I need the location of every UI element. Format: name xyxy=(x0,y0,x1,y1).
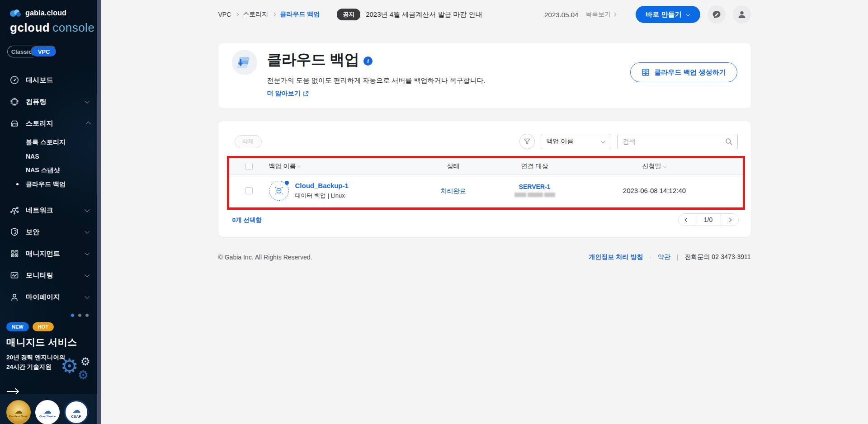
logo-block[interactable]: gabia.cloud gcloudconsole xyxy=(0,0,97,35)
search-input[interactable] xyxy=(623,138,725,145)
sidebar-item-storage[interactable]: 스토리지 xyxy=(0,113,97,134)
chevron-down-icon xyxy=(686,12,690,16)
gabia-cloud-logo-icon xyxy=(10,9,22,17)
next-page-button[interactable] xyxy=(721,214,738,226)
sort-icon xyxy=(297,164,301,167)
table-header-row: 백업 이름 상태 연결 대상 신청일 xyxy=(229,158,743,174)
sidebar-item-computing[interactable]: 컴퓨팅 xyxy=(0,91,97,113)
create-cloud-backup-button[interactable]: 클라우드 백업 생성하기 xyxy=(630,62,737,82)
brand-name: gabia.cloud xyxy=(25,9,66,17)
classic-toggle-button[interactable]: Classic xyxy=(7,46,33,57)
sidebar-item-security[interactable]: 보안 xyxy=(0,221,97,243)
carousel-dots[interactable] xyxy=(6,314,90,317)
chevron-left-icon xyxy=(685,217,689,222)
status-badge: 처리완료 xyxy=(441,187,466,194)
requested-date: 2023-06-08 14:12:40 xyxy=(623,187,686,194)
chevron-right-icon xyxy=(613,13,616,16)
backup-subtitle: 데이터 백업 | Linux xyxy=(295,192,349,200)
page-header-card: 클라우드 백업 i 전문가의 도움 없이도 편리하게 자동으로 서버를 백업하거… xyxy=(218,43,751,108)
quick-create-button[interactable]: 바로 만들기 xyxy=(636,6,700,23)
vpc-toggle-button[interactable]: VPC xyxy=(31,46,57,57)
search-box xyxy=(617,134,738,149)
database-icon xyxy=(274,186,284,196)
cloud-service-badge: ☁ Cloud Service xyxy=(35,400,60,424)
page-description: 전문가의 도움 없이도 편리하게 자동으로 서버를 백업하거나 복구합니다. xyxy=(267,76,486,85)
sidebar-item-mypage[interactable]: 마이페이지 xyxy=(0,286,97,308)
filter-button[interactable] xyxy=(519,134,535,149)
external-link-icon xyxy=(303,91,309,97)
red-annotation-box: 백업 이름 상태 연결 대상 신청일 xyxy=(227,156,745,210)
breadcrumb-separator-icon xyxy=(272,13,276,16)
hot-badge: HOT xyxy=(33,322,54,331)
notice-bar: 공지 2023년 4월 세금계산서 발급 마감 안내 xyxy=(337,9,482,20)
copyright-text: © Gabia Inc. All Rights Reserved. xyxy=(218,254,312,261)
breadcrumb-current: 클라우드 백업 xyxy=(280,10,320,19)
sidebar-item-management[interactable]: 매니지먼트 xyxy=(0,243,97,264)
target-server-link[interactable]: SERVER-1 xyxy=(490,183,580,190)
product-name: gcloudconsole xyxy=(10,21,97,35)
notice-list-link[interactable]: 목록보기 xyxy=(585,10,616,19)
sidebar-item-nas[interactable]: NAS xyxy=(0,149,97,163)
sidebar-item-nas-snapshot[interactable]: NAS 스냅샷 xyxy=(0,163,97,177)
column-header-target: 연결 대상 xyxy=(490,162,580,170)
promo-title: 매니지드 서비스 xyxy=(6,336,90,349)
promo-banner[interactable]: NEW HOT 매니지드 서비스 20년 경력 엔지니어의 24시간 기술지원 … xyxy=(0,307,97,404)
phone-contact: 전화문의 02-3473-3911 xyxy=(684,253,750,261)
env-toggle: Classic VPC xyxy=(7,46,97,57)
storage-submenu: 블록 스토리지 NAS NAS 스냅샷 클라우드 백업 xyxy=(0,134,97,194)
backup-item-icon xyxy=(269,181,289,201)
feedback-pen-icon xyxy=(712,9,722,19)
breadcrumb-section[interactable]: 스토리지 xyxy=(243,10,268,19)
row-checkbox[interactable] xyxy=(245,187,253,194)
prev-page-button[interactable] xyxy=(679,214,696,226)
topbar: VPC 스토리지 클라우드 백업 공지 2023년 4월 세금계산서 발급 마감… xyxy=(218,0,751,29)
sidebar-scrollbar[interactable] xyxy=(97,0,101,424)
breadcrumb: VPC 스토리지 클라우드 백업 xyxy=(218,10,320,19)
main-content: VPC 스토리지 클라우드 백업 공지 2023년 4월 세금계산서 발급 마감… xyxy=(101,0,868,424)
network-icon xyxy=(9,205,20,216)
account-button[interactable] xyxy=(733,5,751,24)
page-title: 클라우드 백업 xyxy=(267,50,359,70)
dot-separator: · xyxy=(649,254,651,261)
backup-box-icon xyxy=(642,68,650,76)
breadcrumb-root[interactable]: VPC xyxy=(218,11,231,18)
user-icon xyxy=(9,292,20,302)
sidebar-menu: 대시보드 컴퓨팅 스토리지 블록 스토리지 NAS NAS 스냅샷 클라우드 백… xyxy=(0,69,97,308)
excellent-cloud-badge: ☁ Excellent Cloud xyxy=(6,400,31,424)
notice-date: 2023.05.04 xyxy=(544,11,578,19)
pagination: 1/0 xyxy=(678,213,739,226)
backup-list-card: 삭제 백업 이름 xyxy=(218,121,751,237)
feedback-button[interactable] xyxy=(708,5,726,24)
masked-ip xyxy=(514,193,555,197)
info-icon[interactable]: i xyxy=(363,57,373,66)
storage-icon xyxy=(9,118,20,129)
backup-name-link[interactable]: Cloud_Backup-1 xyxy=(295,182,349,189)
sidebar-item-network[interactable]: 네트워크 xyxy=(0,199,97,221)
chevron-right-icon xyxy=(727,217,732,222)
terms-link[interactable]: 약관 xyxy=(658,253,670,261)
sidebar-item-monitoring[interactable]: 모니터링 xyxy=(0,264,97,286)
cloud-backup-service-icon xyxy=(232,50,257,75)
sidebar-item-dashboard[interactable]: 대시보드 xyxy=(0,69,97,91)
privacy-policy-link[interactable]: 개인정보 처리 방침 xyxy=(589,253,643,261)
certification-badges: ☁ Excellent Cloud ☁ Cloud Service ☁ CSAP xyxy=(0,394,97,424)
select-all-checkbox[interactable] xyxy=(245,163,253,170)
dashboard-icon xyxy=(9,75,20,85)
column-header-name[interactable]: 백업 이름 xyxy=(269,162,417,170)
bar-separator: | xyxy=(677,254,679,261)
column-header-date[interactable]: 신청일 xyxy=(580,162,729,170)
search-field-select[interactable]: 백업 이름 xyxy=(541,134,611,149)
footer: © Gabia Inc. All Rights Reserved. 개인정보 처… xyxy=(218,253,751,261)
breadcrumb-separator-icon xyxy=(235,13,239,16)
delete-button[interactable]: 삭제 xyxy=(235,135,262,148)
sidebar-item-cloud-backup[interactable]: 클라우드 백업 xyxy=(0,177,97,191)
notice-text[interactable]: 2023년 4월 세금계산서 발급 마감 안내 xyxy=(366,10,482,19)
notice-badge: 공지 xyxy=(337,9,360,20)
sidebar: gabia.cloud gcloudconsole Classic VPC 대시… xyxy=(0,0,97,424)
computing-icon xyxy=(9,96,20,107)
csap-badge: ☁ CSAP xyxy=(64,400,89,424)
sidebar-item-block-storage[interactable]: 블록 스토리지 xyxy=(0,135,97,149)
learn-more-link[interactable]: 더 알아보기 xyxy=(267,90,309,98)
management-icon xyxy=(9,248,20,259)
column-header-status: 상태 xyxy=(417,162,490,170)
